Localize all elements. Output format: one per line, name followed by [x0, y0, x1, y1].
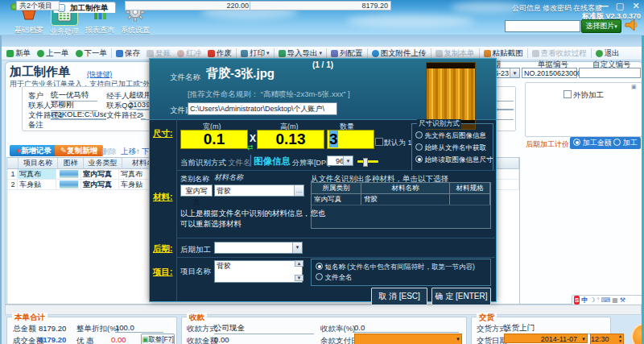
arrow-right-icon — [76, 50, 83, 57]
ime-mode-indicator[interactable]: 中 — [581, 296, 588, 305]
import-export-button[interactable]: 导入导出▾ — [275, 48, 326, 59]
delete-row-button[interactable]: 删除 — [101, 147, 117, 157]
detect-option[interactable]: 先文件名后图像信息 — [415, 130, 493, 142]
wrench-icon[interactable]: ⚒ — [620, 296, 625, 305]
dpi-select[interactable]: 96▼ — [327, 155, 353, 166]
attachment-upload-button[interactable]: 图文附件上传 — [369, 48, 430, 59]
material-combo[interactable]: 背胶… — [214, 184, 304, 197]
copy-order-button[interactable]: 复制本单 — [432, 48, 478, 59]
date-dropdown-icon[interactable]: ▼ — [510, 68, 519, 77]
paste-screenshot-button[interactable]: 粘贴截图 — [481, 48, 526, 59]
delivery-method-input[interactable]: 送货上门 — [504, 323, 605, 334]
delivery-date-dropdown-icon[interactable]: ▼ — [581, 334, 586, 344]
post-process-select[interactable]: ▼ — [214, 242, 303, 254]
column-config-button[interactable]: 列配置 — [328, 48, 366, 59]
dpi-dropdown-icon[interactable]: ▼ — [343, 156, 353, 165]
maximize-icon[interactable]: ▢ — [613, 1, 626, 11]
round-button[interactable]: ▣取整[F7] — [141, 334, 175, 344]
material-table-header: 所属类别 材料名称 材料规格 — [312, 183, 490, 194]
close-icon[interactable]: ✕ — [630, 1, 642, 11]
add-record-button[interactable]: ●新增记录 — [10, 145, 58, 156]
due-dropdown-icon[interactable]: ▼ — [456, 334, 460, 344]
horn-icon[interactable] — [624, 18, 638, 34]
image-search-input[interactable] — [505, 20, 580, 32]
pay-method-input[interactable]: 公司现金 — [214, 323, 314, 334]
cancel-button[interactable]: 取 消 [ESC] — [371, 288, 427, 305]
outsource-checkbox[interactable] — [564, 90, 572, 98]
radio-unit-price[interactable] — [613, 139, 621, 146]
short-name-option[interactable]: 短名称 (文件名中包含有间隔符时，取第一节内容) — [316, 262, 490, 272]
sogou-logo-icon[interactable]: S — [574, 296, 580, 305]
category-box[interactable]: 室内写真 — [180, 184, 213, 197]
copy-add-button[interactable]: ✎复制新增 — [55, 145, 103, 156]
note-label: 备注 — [28, 120, 43, 131]
pay-rate-input[interactable]: 0.0 — [354, 323, 459, 333]
order-no-input[interactable]: NO.201506230001 — [522, 68, 577, 78]
post-button[interactable]: 登账 — [143, 48, 174, 59]
width-input[interactable]: 0.1 — [180, 130, 248, 149]
tab-bar — [0, 35, 644, 48]
material-table-row[interactable]: 室内写真 背胶 — [312, 194, 490, 205]
link-change-password[interactable]: 修改密码 — [543, 3, 572, 14]
red-flush-button[interactable]: 红冲 — [174, 48, 204, 59]
deal-amount-value[interactable]: 8179.20 — [39, 335, 71, 344]
radio-icon — [316, 273, 323, 280]
exit-button[interactable]: 退出 — [592, 48, 623, 59]
size-detect-fieldset: 尺寸识别方式 先文件名后图像信息 始终从文件名中获取 始终读取图像信息尺寸 — [411, 123, 493, 171]
off-input[interactable]: 0.00 — [111, 335, 137, 344]
minimize-icon[interactable]: — — [597, 1, 610, 10]
tab-production-order[interactable]: 加工制作单 — [53, 2, 116, 13]
detect-by-image[interactable]: 图像信息 — [254, 155, 291, 168]
default-one-checkbox[interactable] — [375, 138, 383, 146]
new-icon — [6, 50, 14, 57]
due-date-input[interactable]: ▼ — [354, 334, 462, 344]
project-spin-up[interactable]: ▲ — [295, 260, 303, 267]
col-header-name[interactable]: 项目名称 — [19, 158, 58, 168]
link-company-info[interactable]: 公司信息 — [512, 3, 541, 14]
toolbox-icon[interactable]: ▦ — [612, 296, 618, 305]
detect-option[interactable]: 始终读取图像信息尺寸 — [415, 154, 493, 166]
detect-option[interactable]: 始终从文件名中获取 — [415, 142, 493, 154]
moon-icon[interactable]: ☽ — [589, 296, 595, 305]
delivery-time-input[interactable]: 12:30 ▲▼ — [590, 334, 624, 344]
material-ellipsis-button[interactable]: … — [294, 185, 303, 196]
pay-method-label: 收款方式 — [187, 324, 217, 334]
pick-image-button[interactable]: 选择图片▾ — [581, 19, 621, 33]
keyboard-icon[interactable]: ⌨ — [601, 296, 611, 305]
payment-history-button[interactable]: 查看收款过程 — [529, 48, 590, 59]
full-name-option[interactable]: 文件全名 — [316, 272, 490, 283]
radio-amount[interactable] — [573, 139, 580, 146]
height-input[interactable]: 0.13 — [257, 130, 324, 149]
void-button[interactable]: 作废 — [204, 48, 235, 59]
collapse-icon[interactable]: ▣ — [631, 84, 637, 90]
time-spinner[interactable]: ▲▼ — [618, 334, 622, 343]
next-order-button[interactable]: 下一单 — [72, 48, 111, 59]
col-header-type[interactable]: 业务类型 — [84, 158, 122, 168]
ok-button[interactable]: 确 定 [ENTER] — [431, 288, 491, 305]
material-note-line1: 以上是根据文件名中识别的材料信息，您也 — [180, 209, 326, 219]
pay-amount-input[interactable]: 0.00 — [214, 335, 314, 344]
swap-icon[interactable]: ⇄ — [247, 143, 254, 151]
print-button[interactable]: 打印▾ — [237, 48, 273, 59]
round-icon: ▣ — [142, 335, 148, 343]
default-one-label: 默认为 1 — [384, 138, 412, 148]
dpi-slider-handle[interactable] — [363, 158, 368, 167]
project-name-textarea[interactable]: 背胶 — [214, 260, 303, 283]
project-spin-down[interactable]: ▼ — [295, 275, 303, 281]
delivery-date-input[interactable]: 2014-11-07▼ — [504, 334, 588, 343]
post-dropdown-icon[interactable]: ▼ — [292, 242, 302, 253]
copy-icon — [436, 50, 443, 57]
discount-input[interactable]: 100.0 — [115, 323, 163, 333]
section-size-label: 尺寸: — [153, 128, 173, 139]
file-path-input[interactable]: C:\Users\Administrator\Desktop\个人账户\ — [188, 102, 337, 115]
custom-no-input[interactable] — [579, 68, 641, 78]
punctuation-icon[interactable]: ° — [597, 296, 600, 305]
new-order-button[interactable]: 新单 — [3, 48, 34, 59]
move-up-button[interactable]: 上移↑ — [121, 147, 140, 157]
col-header-image[interactable]: 图样 — [58, 158, 84, 168]
dpi-slider-track[interactable] — [357, 160, 378, 163]
save-button[interactable]: 保存 — [113, 48, 143, 59]
ime-toolbar[interactable]: S 中 ☽ ° ⌨ ▦ ⚒ — [572, 295, 642, 305]
prev-order-button[interactable]: 上一单 — [34, 48, 72, 59]
qty-input[interactable]: 3 — [327, 130, 374, 149]
